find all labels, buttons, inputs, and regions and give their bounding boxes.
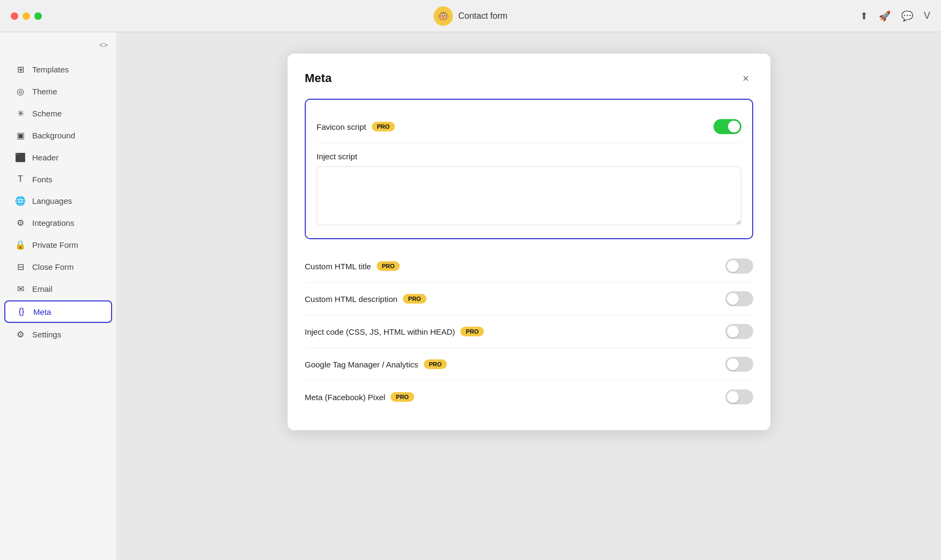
custom-html-title-left: Custom HTML title PRO — [305, 261, 400, 271]
favicon-script-toggle[interactable] — [714, 119, 741, 134]
fonts-icon: T — [15, 174, 26, 184]
facebook-pixel-left: Meta (Facebook) Pixel PRO — [305, 392, 414, 402]
languages-icon: 🌐 — [15, 196, 26, 206]
modal-header: Meta × — [305, 71, 753, 86]
minimize-button[interactable] — [23, 12, 30, 20]
toggle-icon[interactable]: <> — [99, 41, 108, 49]
templates-icon: ⊞ — [15, 64, 26, 75]
title-bar-content: 🐵 Contact form — [433, 6, 508, 26]
gtm-badge: PRO — [424, 359, 447, 369]
sidebar-item-label: Close Form — [32, 262, 74, 271]
app-title: Contact form — [458, 11, 508, 21]
custom-html-desc-row: Custom HTML description PRO — [305, 283, 753, 315]
meta-modal: Meta × Favicon script PRO Inject — [288, 54, 770, 430]
sidebar-item-private-form[interactable]: 🔒 Private Form — [4, 234, 112, 255]
meta-icon: {} — [16, 307, 27, 316]
favicon-script-label: Favicon script — [317, 122, 366, 131]
gtm-left: Google Tag Manager / Analytics PRO — [305, 359, 447, 369]
gtm-toggle[interactable] — [725, 357, 753, 372]
sidebar-item-fonts[interactable]: T Fonts — [4, 169, 112, 189]
custom-html-desc-badge: PRO — [403, 294, 427, 304]
sidebar-item-label: Theme — [32, 87, 57, 96]
sidebar-item-languages[interactable]: 🌐 Languages — [4, 190, 112, 211]
sidebar-toggle[interactable]: <> — [0, 41, 116, 58]
sidebar-item-background[interactable]: ▣ Background — [4, 125, 112, 146]
toggle-knob — [727, 391, 739, 403]
toggle-knob — [727, 293, 739, 305]
theme-icon: ◎ — [15, 86, 26, 97]
favicon-pro-badge: PRO — [372, 122, 395, 131]
share-icon[interactable]: ⬆ — [860, 10, 868, 22]
title-bar: 🐵 Contact form ⬆ 🚀 💬 V — [0, 0, 941, 32]
sidebar-item-templates[interactable]: ⊞ Templates — [4, 59, 112, 80]
custom-html-desc-left: Custom HTML description PRO — [305, 294, 427, 304]
sidebar-item-label: Header — [32, 153, 58, 162]
inject-script-label: Inject script — [317, 152, 741, 161]
sidebar-item-meta[interactable]: {} Meta — [4, 300, 112, 323]
close-button[interactable] — [11, 12, 18, 20]
user-icon[interactable]: V — [924, 10, 930, 21]
integrations-icon: ⚙ — [15, 218, 26, 228]
inject-code-row: Inject code (CSS, JS, HTML within HEAD) … — [305, 315, 753, 348]
close-form-icon: ⊟ — [15, 262, 26, 272]
sidebar-item-settings[interactable]: ⚙ Settings — [4, 324, 112, 345]
sidebar-item-label: Email — [32, 284, 53, 293]
facebook-pixel-row: Meta (Facebook) Pixel PRO — [305, 381, 753, 413]
favicon-script-row: Favicon script PRO — [317, 110, 741, 143]
rocket-icon[interactable]: 🚀 — [879, 10, 891, 22]
maximize-button[interactable] — [34, 12, 42, 20]
chat-icon[interactable]: 💬 — [901, 10, 913, 22]
custom-html-title-toggle[interactable] — [725, 259, 753, 274]
highlighted-section: Favicon script PRO Inject script — [305, 99, 753, 239]
sidebar-item-label: Scheme — [32, 109, 62, 118]
toggle-knob — [727, 326, 739, 337]
custom-html-title-label: Custom HTML title — [305, 262, 371, 271]
modal-title: Meta — [305, 71, 332, 85]
main-layout: <> ⊞ Templates ◎ Theme ✳ Scheme ▣ Backgr… — [0, 32, 941, 560]
facebook-pixel-badge: PRO — [391, 392, 414, 402]
gtm-row: Google Tag Manager / Analytics PRO — [305, 348, 753, 381]
email-icon: ✉ — [15, 284, 26, 294]
private-form-icon: 🔒 — [15, 240, 26, 250]
title-bar-actions: ⬆ 🚀 💬 V — [860, 10, 930, 22]
sidebar-item-label: Integrations — [32, 218, 74, 227]
toggle-knob — [727, 358, 739, 370]
gtm-label: Google Tag Manager / Analytics — [305, 360, 418, 369]
header-icon: ⬛ — [15, 152, 26, 163]
settings-icon: ⚙ — [15, 329, 26, 340]
inject-code-badge: PRO — [460, 327, 484, 336]
content-area: Meta × Favicon script PRO Inject — [117, 32, 941, 560]
background-icon: ▣ — [15, 130, 26, 141]
sidebar-item-header[interactable]: ⬛ Header — [4, 147, 112, 168]
inject-script-textarea[interactable] — [317, 166, 741, 225]
sidebar-item-theme[interactable]: ◎ Theme — [4, 81, 112, 102]
custom-html-title-row: Custom HTML title PRO — [305, 250, 753, 283]
custom-html-desc-toggle[interactable] — [725, 291, 753, 306]
sidebar: <> ⊞ Templates ◎ Theme ✳ Scheme ▣ Backgr… — [0, 32, 117, 560]
custom-html-desc-label: Custom HTML description — [305, 294, 398, 304]
inject-code-label: Inject code (CSS, JS, HTML within HEAD) — [305, 327, 455, 336]
sidebar-item-label: Languages — [32, 196, 72, 205]
toggle-knob — [727, 260, 739, 272]
sidebar-item-email[interactable]: ✉ Email — [4, 278, 112, 299]
app-logo: 🐵 — [433, 6, 453, 26]
inject-code-toggle[interactable] — [725, 324, 753, 339]
facebook-pixel-label: Meta (Facebook) Pixel — [305, 393, 385, 402]
favicon-script-left: Favicon script PRO — [317, 122, 395, 131]
sidebar-item-label: Fonts — [32, 175, 53, 184]
inject-script-section: Inject script — [317, 152, 741, 227]
sidebar-item-label: Templates — [32, 65, 69, 74]
sidebar-item-label: Settings — [32, 330, 61, 339]
sidebar-item-label: Private Form — [32, 240, 78, 249]
inject-code-left: Inject code (CSS, JS, HTML within HEAD) … — [305, 327, 484, 336]
favicon-toggle-knob — [728, 121, 740, 132]
traffic-lights — [11, 12, 42, 20]
modal-close-button[interactable]: × — [738, 71, 753, 86]
sidebar-item-label: Background — [32, 131, 75, 140]
sidebar-item-close-form[interactable]: ⊟ Close Form — [4, 256, 112, 277]
sidebar-item-label: Meta — [33, 307, 51, 316]
facebook-pixel-toggle[interactable] — [725, 389, 753, 404]
sidebar-item-integrations[interactable]: ⚙ Integrations — [4, 212, 112, 233]
custom-html-title-badge: PRO — [377, 261, 400, 271]
sidebar-item-scheme[interactable]: ✳ Scheme — [4, 103, 112, 124]
